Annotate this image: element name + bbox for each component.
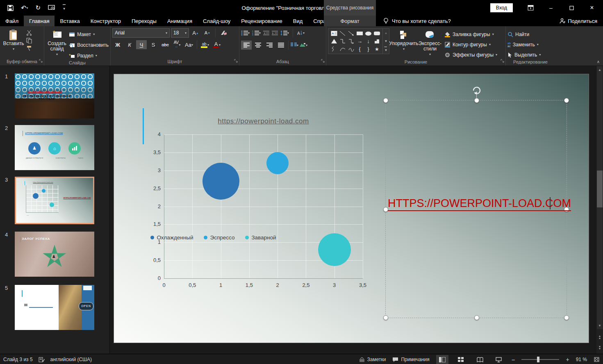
align-center-button[interactable] [253,41,263,50]
hyperlink-text[interactable]: HTTPS://POWERPOINT-LOAD.COM [388,197,571,211]
slide-thumbnail-5[interactable]: 5 OPEN [15,285,94,330]
clear-formatting-button[interactable] [218,28,229,37]
rotate-handle-icon[interactable] [471,86,481,97]
font-name-combo[interactable]: Arial▾ [112,28,170,38]
elbow-connector-shape-icon[interactable] [340,39,346,44]
increase-font-size-button[interactable]: A▲ [190,28,201,37]
section-button[interactable]: Раздел▾ [69,51,109,60]
chart-bubble-Заварной[interactable] [318,233,351,266]
tab-review[interactable]: Рецензирование [236,16,287,26]
right-brace-shape-icon[interactable]: } [367,47,369,52]
paragraph-dialog-launcher-icon[interactable] [321,57,325,64]
slide-canvas[interactable]: https://powerpoint-load.com 00,511,522,5… [114,74,589,343]
decrease-indent-button[interactable] [263,30,269,36]
maximize-button[interactable] [563,0,580,16]
bullet-list-button[interactable]: ▾ [241,30,250,36]
shapes-more-icon[interactable]: ▔▼ [383,46,389,54]
text-box-shape-icon[interactable]: A [331,31,337,36]
decrease-font-size-button[interactable]: A▼ [202,28,213,37]
italic-button[interactable]: К [124,40,135,49]
slideshow-view-button[interactable] [493,355,505,364]
chart-bubble-Эспрессо[interactable] [266,152,289,174]
paste-button[interactable]: Вставить ▾ [2,27,25,52]
chart-legend[interactable]: ОхлажденныйЭспрессоЗаварной [114,234,313,241]
collapse-ribbon-icon[interactable]: ∧ [597,59,600,64]
legend-item[interactable]: Эспрессо [204,234,234,241]
align-right-button[interactable] [264,41,275,50]
tell-me-box[interactable]: Что вы хотите сделать? [383,16,451,26]
resize-handle-ne[interactable] [564,98,569,103]
resize-handle-sw[interactable] [383,315,388,320]
shape-effects-button[interactable]: Эффекты фигуры▾ [444,50,497,59]
right-arrow-shape-icon[interactable]: → [357,39,362,44]
font-size-combo[interactable]: 18▾ [171,28,189,38]
replace-button[interactable]: abacЗаменить▾ [507,40,553,49]
slide-counter[interactable]: Слайд 3 из 5 [3,357,33,362]
oval-shape-icon[interactable] [365,32,371,36]
notes-toggle[interactable]: Заметки [359,357,386,362]
zoom-out-button[interactable]: − [512,356,515,363]
scribble-shape-icon[interactable] [331,46,337,52]
drawing-dialog-launcher-icon[interactable] [501,57,504,64]
sign-in-button[interactable]: Вход [490,3,513,12]
tab-design[interactable]: Конструктор [85,16,126,26]
ribbon-display-options-icon[interactable] [522,0,539,16]
zoom-slider-thumb[interactable] [537,357,539,362]
scrollbar-thumb[interactable] [597,171,603,207]
left-brace-shape-icon[interactable]: { [359,47,360,52]
close-button[interactable]: × [583,0,601,16]
tab-file[interactable]: Файл [0,16,24,26]
zoom-level[interactable]: 91 % [576,357,587,362]
legend-item[interactable]: Охлажденный [150,234,193,241]
triangle-shape-icon[interactable] [331,39,337,43]
curve-shape-icon[interactable] [340,47,346,52]
tab-insert[interactable]: Вставка [55,16,85,26]
character-spacing-button[interactable]: AV↔▾ [172,40,182,49]
shape-fill-button[interactable]: Заливка фигуры▾ [444,30,497,39]
increase-indent-button[interactable] [272,30,278,36]
resize-handle-s[interactable] [474,315,479,320]
spell-check-icon[interactable] [39,357,45,362]
shape-outline-button[interactable]: Контур фигуры▾ [444,40,497,49]
customize-qat-icon[interactable]: ▔▾ [63,6,66,10]
layout-button[interactable]: Макет▾ [69,30,109,39]
legend-item[interactable]: Заварной [245,234,276,241]
highlight-color-button[interactable]: ab▾ [200,40,210,49]
accent-bar[interactable] [143,108,144,144]
text-shadow-button[interactable]: S [148,40,159,49]
copy-icon[interactable] [26,38,32,43]
shapes-scroll-up-icon[interactable]: ▲ [383,29,389,37]
down-arrow-shape-icon[interactable]: ↓ [367,39,370,44]
format-painter-icon[interactable] [26,46,32,51]
shapes-gallery[interactable]: A → ↓ { } ★ [328,28,389,54]
cut-icon[interactable] [26,30,32,36]
corner-shape-icon[interactable] [374,39,380,44]
select-button[interactable]: Выделить▾ [507,50,553,59]
undo-icon[interactable]: ↶▾ [21,4,28,12]
next-slide-button[interactable]: ▼▼ [596,343,603,352]
save-icon[interactable] [7,5,14,11]
scroll-up-icon[interactable]: ▲ [596,66,603,73]
text-direction-button[interactable]: A▾ [297,30,305,36]
align-left-button[interactable] [241,41,252,50]
resize-handle-n[interactable] [474,98,479,103]
reading-view-button[interactable] [474,355,486,364]
find-button[interactable]: Найти [507,30,553,39]
scroll-down-icon[interactable]: ▼ [596,322,603,329]
share-button[interactable]: Поделиться [559,16,597,26]
strikethrough-button[interactable]: abc [160,40,171,49]
star-shape-icon[interactable]: ★ [375,47,379,52]
slide-thumbnail-4[interactable]: 4 ЗАЛОГ УСПЕХА ♟ [15,232,94,277]
slide-thumbnail-3-selected[interactable]: 3 https://powerpoint-load.com HTTPS://PO… [15,177,94,224]
bold-button[interactable]: Ж [112,40,123,49]
language-indicator[interactable]: английский (США) [50,357,92,362]
line-spacing-button[interactable]: ▾ [280,30,289,36]
tab-animations[interactable]: Анимация [162,16,198,26]
tab-format[interactable]: Формат [324,16,376,26]
normal-view-button[interactable] [436,355,448,364]
chart-plot-area[interactable]: 00,511,522,533,500,511,522,533,54 [164,134,363,278]
fit-to-window-icon[interactable] [594,357,600,362]
zoom-in-button[interactable]: + [566,356,569,363]
rounded-rectangle-shape-icon[interactable] [374,32,380,35]
line-shape-icon[interactable] [339,31,346,36]
